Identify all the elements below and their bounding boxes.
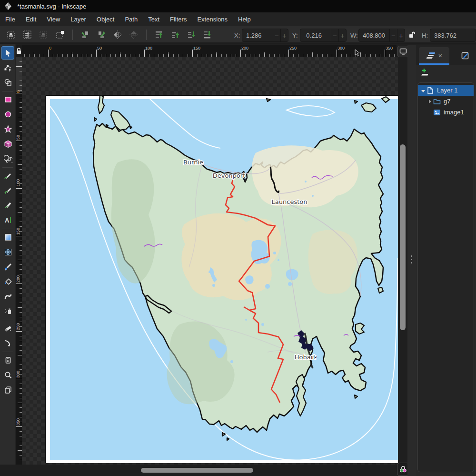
tool-node-editor[interactable] [1,61,14,74]
tool-selector[interactable] [1,46,14,60]
layer-icon [426,87,434,94]
layer-name: g7 [444,98,450,105]
tool-spray[interactable] [1,304,14,318]
menu-bar: File Edit View Layer Object Path Text Fi… [0,12,476,26]
tool-box-3d[interactable] [1,137,14,151]
mouse-cursor [354,49,361,57]
menu-edit[interactable]: Edit [20,13,41,25]
vertical-scrollbar[interactable] [398,57,407,465]
layer-row-image1[interactable]: image1 [418,107,474,118]
lock-ratio-icon[interactable] [406,28,417,42]
tool-spiral[interactable] [1,152,14,165]
ruler-label: 50 [16,129,21,140]
raise-icon[interactable] [168,28,183,42]
lower-to-bottom-icon[interactable] [200,28,215,42]
tool-shape-builder[interactable] [1,76,14,89]
ruler-major-ticks [16,57,22,465]
menu-layer[interactable]: Layer [65,13,91,25]
tool-ellipse[interactable] [1,108,14,121]
menu-path[interactable]: Path [119,13,143,25]
tool-tweak[interactable] [1,290,14,303]
chevron-down-icon[interactable] [420,87,426,94]
objects-panel: × Layer 1 [416,45,476,476]
toolbox-divider [2,320,13,320]
raise-to-top-icon[interactable] [151,28,167,42]
layer-name: image1 [444,109,464,116]
tool-rectangle[interactable] [1,93,14,106]
chevron-right-icon[interactable] [426,98,433,105]
tool-measure[interactable] [1,354,14,367]
menu-object[interactable]: Object [91,13,120,25]
map-city-label: Hobart [295,354,316,361]
vertical-scrollbar-thumb[interactable] [400,144,406,330]
ruler-label: 150 [193,46,200,51]
menu-help[interactable]: Help [233,13,256,25]
ruler-label: 300 [16,367,21,378]
y-minus-button[interactable]: − [331,29,338,41]
tab-layers[interactable]: × [419,47,449,63]
w-plus-button[interactable]: + [397,29,405,41]
tool-eraser[interactable] [1,322,14,335]
menu-filters[interactable]: Filters [165,13,192,25]
deselect-icon[interactable] [36,28,51,42]
tool-zoom[interactable] [1,368,14,382]
canvas[interactable]: Burnie Devonport Launceston Hobart [22,57,398,465]
toolbar-separator [146,30,147,40]
h-input[interactable] [430,29,461,41]
tool-text[interactable]: A [1,213,14,227]
x-input[interactable] [242,29,273,41]
horizontal-scrollbar[interactable] [0,465,407,476]
x-plus-button[interactable]: + [280,29,288,41]
lower-icon[interactable] [184,28,199,42]
menu-view[interactable]: View [41,13,65,25]
ruler-label: 100 [145,46,152,51]
toolbox: A [0,44,16,465]
flip-vertical-icon[interactable] [126,28,141,42]
map-city-label: Burnie [183,159,203,166]
y-input[interactable] [300,29,331,41]
h-field-label: H: [422,32,428,39]
w-input[interactable] [359,29,389,41]
brush-icon [461,51,470,60]
layer-row-g7[interactable]: g7 [418,96,474,107]
w-minus-button[interactable]: − [389,29,397,41]
tasmania-map: Burnie Devonport Launceston Hobart [46,96,398,463]
tool-pages[interactable] [1,383,14,396]
select-all-layers-icon[interactable] [20,28,35,42]
guide-lock-button[interactable] [16,45,22,57]
select-all-icon[interactable] [4,28,19,42]
ruler-label: 150 [16,224,21,235]
x-minus-button[interactable]: − [273,29,280,41]
menu-extensions[interactable]: Extensions [192,13,233,25]
horizontal-ruler[interactable]: 0 50 100 150 200 250 300 350 [22,45,397,57]
tab-fill-stroke[interactable] [457,47,473,63]
horizontal-scrollbar-thumb[interactable] [141,468,253,473]
document-page[interactable]: Burnie Devonport Launceston Hobart [46,96,398,463]
tool-calligraphy[interactable] [1,199,14,212]
add-layer-icon[interactable] [420,67,430,79]
splitter-handle[interactable] [411,255,413,265]
panel-toolbar [416,65,476,81]
tool-dropper[interactable] [1,260,14,273]
map-city-label: Launceston [272,198,307,205]
menu-file[interactable]: File [0,13,20,25]
tool-connector[interactable] [1,336,14,350]
selection-frame-icon[interactable] [52,28,68,42]
tool-pen[interactable] [1,184,14,197]
vertical-ruler[interactable]: 0 50 100 150 200 250 300 350 [16,57,22,465]
y-plus-button[interactable]: + [338,29,346,41]
window-title: *tasmania.svg - Inkscape [17,3,86,10]
group-folder-icon [433,98,441,105]
panel-splitter[interactable] [407,45,416,476]
menu-text[interactable]: Text [143,13,165,25]
tool-paint-bucket[interactable] [1,275,14,288]
tool-mesh-gradient[interactable] [1,245,14,259]
flip-horizontal-icon[interactable] [110,28,125,42]
rotate-cw-icon[interactable] [94,28,109,42]
tool-pencil[interactable] [1,169,14,182]
tool-gradient[interactable] [1,231,14,244]
close-icon[interactable]: × [438,52,443,59]
layer-row-layer1[interactable]: Layer 1 [418,85,474,96]
tool-star[interactable] [1,122,14,136]
rotate-ccw-icon[interactable] [78,28,93,42]
